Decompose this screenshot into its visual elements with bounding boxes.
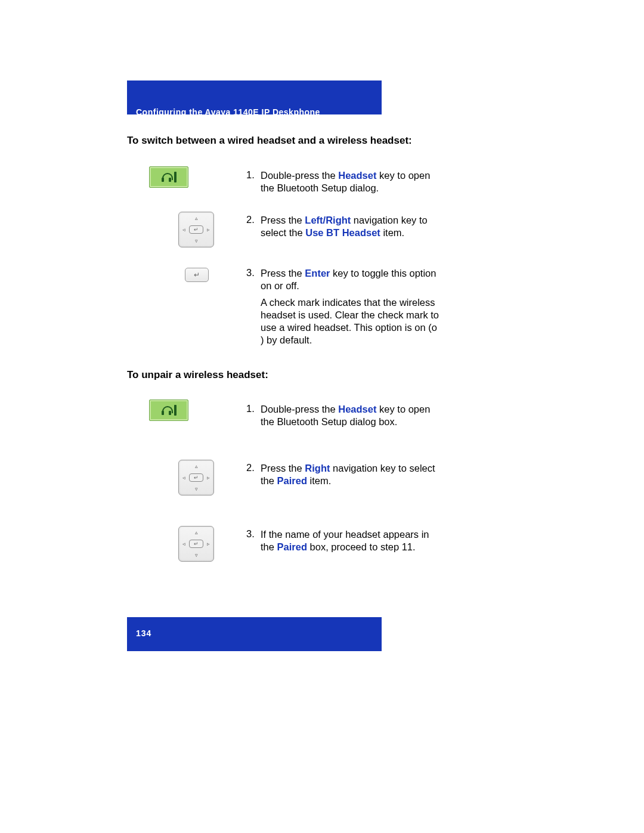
chevron-left-icon: ◃	[182, 227, 185, 233]
chevron-up-icon: ▵	[195, 215, 198, 221]
page-number: 134	[136, 628, 151, 638]
dpad-icon: ▵ ◃↵▹ ▿	[178, 526, 214, 562]
section-1-note: A check mark indicates that the wireless…	[261, 296, 439, 346]
section-2-step-1: 1. Double-press the Headset key to open …	[246, 403, 439, 428]
chevron-right-icon: ▹	[207, 475, 210, 481]
header-title: Configuring the Avaya 1140E IP Deskphone	[136, 107, 320, 117]
enter-icon: ↵	[189, 225, 203, 234]
chevron-up-icon: ▵	[195, 463, 198, 469]
headset-key-icon	[149, 166, 188, 188]
section-1-heading: To switch between a wired headset and a …	[127, 135, 412, 147]
dpad-icon: ▵ ◃↵▹ ▿	[178, 460, 214, 496]
chevron-down-icon: ▿	[195, 552, 198, 558]
chevron-right-icon: ▹	[207, 227, 210, 233]
chevron-down-icon: ▿	[195, 238, 198, 244]
section-1-step-3: 3. Press the Enter key to toggle this op…	[246, 267, 439, 292]
enter-key-icon: ↵	[185, 268, 209, 282]
headset-icon	[161, 172, 172, 182]
enter-icon: ↵	[189, 540, 203, 548]
section-2-step-2: 2. Press the Right navigation key to sel…	[246, 462, 439, 487]
section-1-step-2: 2. Press the Left/Right navigation key t…	[246, 214, 439, 239]
section-2-step-3: 3. If the name of your headset appears i…	[246, 528, 439, 553]
dpad-icon: ▵ ◃↵▹ ▿	[178, 212, 214, 247]
headset-icon	[161, 405, 172, 416]
headset-key-icon	[149, 400, 188, 421]
chevron-down-icon: ▿	[195, 486, 198, 492]
section-1-step-1: 1. Double-press the Headset key to open …	[246, 169, 439, 194]
chevron-right-icon: ▹	[207, 541, 210, 547]
footer-bar	[127, 617, 382, 651]
chevron-up-icon: ▵	[195, 529, 198, 535]
document-page: Configuring the Avaya 1140E IP Deskphone…	[0, 0, 644, 833]
section-2-heading: To unpair a wireless headset:	[127, 369, 268, 381]
chevron-left-icon: ◃	[182, 541, 185, 547]
enter-icon: ↵	[189, 473, 203, 482]
chevron-left-icon: ◃	[182, 475, 185, 481]
